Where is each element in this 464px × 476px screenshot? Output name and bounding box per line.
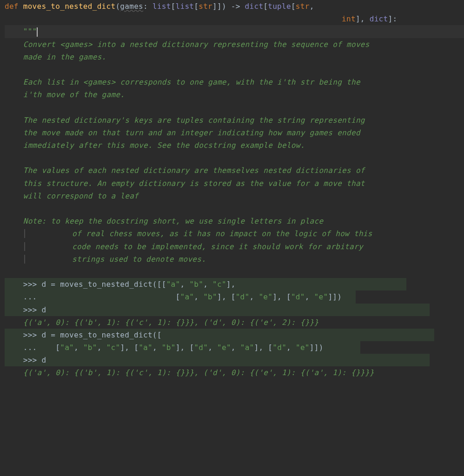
indent [5, 217, 23, 225]
indent [5, 192, 23, 200]
doctest-prompt: >>> [23, 331, 42, 339]
comma: , [74, 343, 83, 352]
bracket-open-1: [ [171, 2, 176, 11]
note-pad [26, 242, 72, 251]
doctest-code: d = moves_to_nested_dict([[ [41, 280, 166, 289]
doctest-line[interactable]: ... ["a", "b"], ["d", "e"], ["d", "e"]]) [5, 291, 464, 303]
doctest-string: "e" [296, 343, 310, 352]
indent [5, 280, 23, 289]
doctest-pad: [ [41, 292, 180, 301]
type-list-outer: list [152, 2, 171, 11]
code-line-signature-2[interactable]: int], dict]: [5, 13, 464, 25]
docstring-line[interactable]: i'th move of the game. [5, 88, 464, 101]
indent [5, 90, 23, 99]
docstring-text: Each list in <games> corresponds to one … [23, 78, 360, 86]
doctest-line[interactable]: ... ["a", "b", "c"], ["a", "b"], ["d", "… [5, 341, 464, 354]
indent [5, 292, 23, 301]
indent [5, 53, 23, 61]
doctest-string: "a" [166, 280, 180, 289]
docstring-line[interactable]: Convert <games> into a nested dictionary… [5, 38, 464, 51]
docstring-note-line[interactable]: code needs to be implemented, since it s… [5, 240, 464, 253]
doctest-string: "b" [189, 280, 203, 289]
indent [5, 356, 23, 364]
close-call: ]]) [310, 343, 324, 352]
indent [5, 229, 23, 238]
bracket-list-sep: ], [ [120, 343, 139, 352]
note-indent-bar [24, 242, 72, 251]
doctest-string: "b" [83, 343, 97, 352]
close-paren-arrow: ) -> [222, 2, 245, 11]
docstring-line[interactable]: this structure. An empty dictionary is s… [5, 177, 464, 190]
docstring-line[interactable]: the move made on that turn and an intege… [5, 126, 464, 139]
comma: , [208, 343, 217, 352]
docstring-line[interactable]: The values of each nested dictionary are… [5, 164, 464, 177]
blank-line[interactable] [5, 265, 464, 278]
bracket-close-12: ]] [212, 2, 222, 11]
doctest-line[interactable]: >>> d = moves_to_nested_dict([["a", "b",… [5, 278, 464, 291]
doctest-line[interactable]: >>> d [5, 354, 464, 366]
docstring-note-line[interactable]: strings used to denote moves. [5, 253, 464, 265]
type-str: str [199, 2, 212, 11]
docstring-note-text: code needs to be implemented, since it s… [72, 242, 363, 251]
docstring-note-line[interactable]: of real chess moves, as it has no impact… [5, 227, 464, 240]
indent [5, 368, 23, 377]
code-line-docstring-open[interactable]: """ [5, 25, 464, 38]
docstring-line[interactable]: will correspond to a leaf [5, 190, 464, 202]
docstring-note-line[interactable]: Note: to keep the docstring short, we us… [5, 215, 464, 227]
doctest-string: "d" [291, 292, 305, 301]
return-close-tuple: ], [356, 14, 370, 23]
indent [5, 128, 23, 137]
comma: , [305, 292, 314, 301]
doctest-string: "c" [106, 343, 120, 352]
indent [5, 318, 23, 327]
comma: , [180, 280, 189, 289]
doctest-string: "a" [139, 343, 152, 352]
keyword-def: def [5, 2, 23, 11]
doctest-string: "b" [203, 292, 217, 301]
docstring-text: The nested dictionary's keys are tuples … [23, 116, 365, 125]
doctest-string: "e" [259, 292, 272, 301]
doctest-output-line[interactable]: {('a', 0): {('b', 1): {('c', 1): {}}}, (… [5, 366, 464, 379]
return-tuple: tuple [268, 2, 291, 11]
docstring-text: Convert <games> into a nested dictionary… [23, 40, 370, 49]
docstring-line[interactable]: immediately after this move. See the doc… [5, 139, 464, 152]
doctest-string: "a" [60, 343, 74, 352]
bracket-list-sep: ], [ [176, 343, 194, 352]
code-line-signature-1[interactable]: def moves_to_nested_dict(games: list[lis… [5, 0, 464, 13]
comma: , [203, 280, 212, 289]
indent [5, 343, 23, 352]
doctest-string: "d" [272, 343, 286, 352]
return-str: str [296, 2, 310, 11]
doctest-string: "c" [212, 280, 226, 289]
return-int: int [342, 14, 356, 23]
doctest-prompt: >>> [23, 305, 42, 314]
docstring-line[interactable]: Each list in <games> corresponds to one … [5, 76, 464, 88]
docstring-line[interactable]: The nested dictionary's keys are tuples … [5, 114, 464, 126]
doctest-line[interactable]: >>> d [5, 304, 464, 316]
docstring-triple-quote-open: """ [23, 27, 37, 36]
doctest-continuation: ... [23, 292, 42, 301]
bracket-list-sep: ], [ [254, 343, 273, 352]
doctest-var: d [41, 356, 46, 364]
docstring-text: The values of each nested dictionary are… [23, 166, 365, 175]
doctest-output-line[interactable]: {('a', 0): {('b', 1): {('c', 1): {}}}, (… [5, 316, 464, 329]
blank-line[interactable] [5, 152, 464, 164]
doctest-prompt: >>> [23, 356, 42, 364]
text-cursor [37, 27, 38, 37]
blank-line[interactable] [5, 202, 464, 215]
blank-line[interactable] [5, 63, 464, 76]
indent [5, 27, 23, 36]
doctest-string: "d" [236, 292, 250, 301]
indent [5, 116, 23, 125]
doctest-string: "b" [162, 343, 176, 352]
close-call: ]]) [328, 292, 342, 301]
blank-line[interactable] [5, 101, 464, 114]
signature-line2-pad [5, 14, 342, 23]
code-editor[interactable]: def moves_to_nested_dict(games: list[lis… [0, 0, 464, 379]
docstring-line[interactable]: made in the games. [5, 51, 464, 63]
ret-bracket-open: [ [263, 2, 268, 11]
doctest-line[interactable]: >>> d = moves_to_nested_dict([ [5, 329, 464, 341]
indent [5, 305, 23, 314]
doctest-string: "e" [217, 343, 231, 352]
docstring-note-text: strings used to denote moves. [72, 255, 206, 264]
